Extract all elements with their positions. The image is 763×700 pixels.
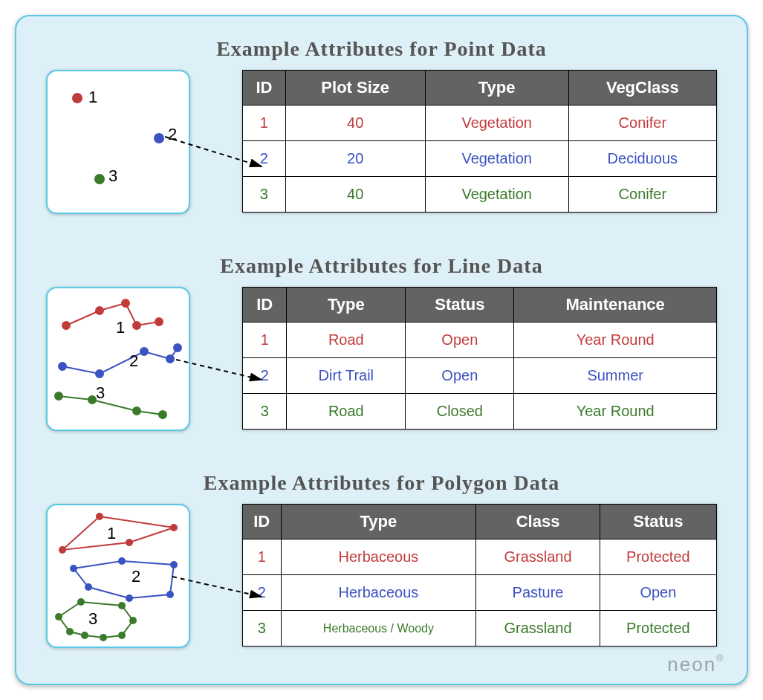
line-label-3: 3 (96, 383, 105, 403)
svg-point-8 (59, 363, 66, 370)
table-row: 1 Road Open Year Round (243, 323, 717, 358)
svg-point-11 (166, 355, 174, 363)
svg-point-4 (96, 307, 103, 314)
svg-point-37 (66, 628, 74, 635)
table-row: 3 Road Closed Year Round (243, 394, 717, 430)
th: ID (243, 71, 286, 106)
th: Maintenance (514, 288, 717, 323)
svg-point-24 (118, 557, 126, 565)
svg-point-28 (85, 583, 92, 591)
svg-point-1 (154, 133, 164, 143)
th: VegClass (568, 71, 716, 106)
svg-point-3 (62, 322, 70, 329)
section-polygon: Example Attributes for Polygon Data (46, 471, 717, 648)
section-point: Example Attributes for Point Data 1 2 3 … (46, 37, 717, 214)
svg-point-13 (55, 392, 62, 400)
table-polygon: ID Type Class Status 1 Herbaceous Grassl… (242, 504, 717, 646)
table-row: 1 Herbaceous Grassland Protected (243, 539, 717, 575)
svg-point-6 (133, 322, 140, 329)
preview-polygon: 1 2 3 (46, 504, 190, 648)
table-row: 2 20 Vegetation Deciduous (243, 141, 717, 177)
diagram-frame: Example Attributes for Point Data 1 2 3 … (15, 15, 748, 685)
svg-point-30 (55, 613, 62, 620)
th: Plot Size (285, 71, 425, 106)
svg-point-14 (88, 396, 96, 404)
svg-marker-17 (62, 516, 174, 550)
th: Type (281, 505, 476, 539)
table-line: ID Type Status Maintenance 1 Road Open Y… (242, 287, 717, 430)
svg-point-15 (133, 407, 140, 415)
svg-point-20 (170, 524, 178, 531)
svg-point-33 (129, 617, 137, 624)
svg-point-9 (96, 370, 103, 377)
th: ID (243, 505, 282, 539)
th: Type (425, 71, 568, 106)
th: Type (287, 288, 406, 323)
point-label-3: 3 (108, 166, 117, 186)
svg-point-21 (126, 539, 133, 546)
th: Class (476, 505, 600, 539)
poly-label-3: 3 (88, 609, 97, 629)
title-line: Example Attributes for Line Data (46, 254, 717, 278)
svg-point-10 (140, 348, 148, 355)
svg-point-23 (70, 565, 77, 572)
table-row: 3 40 Vegetation Conifer (243, 177, 717, 213)
th: Status (600, 505, 716, 539)
preview-point: 1 2 3 (46, 70, 190, 214)
table-point: ID Plot Size Type VegClass 1 40 Vegetati… (242, 70, 717, 213)
line-label-2: 2 (129, 351, 138, 371)
svg-point-25 (170, 561, 178, 568)
svg-point-19 (96, 513, 103, 520)
poly-label-2: 2 (132, 567, 140, 586)
svg-point-0 (72, 93, 82, 103)
svg-point-7 (155, 318, 163, 325)
svg-point-35 (100, 634, 107, 641)
logo: neon® (667, 653, 724, 676)
svg-point-34 (118, 632, 126, 639)
svg-marker-22 (74, 561, 174, 598)
svg-point-31 (77, 598, 85, 606)
table-row: 3 Herbaceous / Woody Grassland Protected (243, 611, 717, 646)
title-point: Example Attributes for Point Data (46, 37, 717, 61)
svg-point-18 (59, 546, 66, 554)
svg-point-27 (126, 594, 133, 602)
point-label-2: 2 (168, 125, 177, 144)
th: ID (243, 288, 287, 323)
point-label-1: 1 (88, 88, 97, 107)
table-row: 2 Herbaceous Pasture Open (243, 575, 717, 611)
section-line: Example Attributes for Line Data (46, 254, 717, 431)
preview-line: 1 2 3 (46, 287, 190, 431)
svg-point-36 (81, 632, 88, 639)
svg-point-5 (122, 299, 129, 307)
svg-point-26 (166, 591, 174, 598)
svg-point-2 (94, 174, 105, 184)
svg-point-16 (159, 411, 166, 418)
svg-point-32 (118, 602, 126, 609)
line-label-1: 1 (116, 318, 125, 337)
title-polygon: Example Attributes for Polygon Data (46, 471, 717, 495)
table-row: 2 Dirt Trail Open Summer (243, 358, 717, 394)
table-row: 1 40 Vegetation Conifer (243, 106, 717, 141)
poly-label-1: 1 (107, 524, 116, 543)
svg-point-12 (174, 344, 181, 351)
th: Status (406, 288, 514, 323)
